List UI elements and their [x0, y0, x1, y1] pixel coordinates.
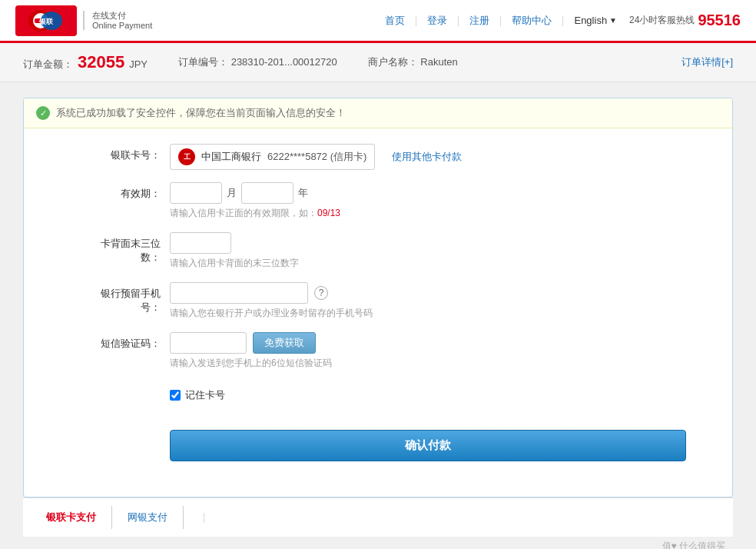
use-other-card-link[interactable]: 使用其他卡付款 [392, 150, 462, 164]
remember-card-area: 记住卡号 [170, 382, 686, 402]
payment-form: 银联卡号： 工 中国工商银行 6222****5872 (信用卡) 使用其他卡付… [24, 128, 732, 497]
hotline-label: 24小时客服热线 [623, 14, 695, 27]
security-notice: ✓ 系统已成功加载了安全控件，保障您在当前页面输入信息的安全！ [24, 98, 732, 128]
submit-row: 确认付款 [85, 414, 686, 461]
tab-netbank[interactable]: 网银支付 [128, 506, 184, 529]
expiry-example: 09/13 [317, 208, 340, 218]
header-nav: 首页 ｜ 登录 ｜ 注册 ｜ 帮助中心 ｜ English ▼ 24小时客服热线… [379, 12, 741, 29]
sms-controls: 免费获取 [170, 332, 686, 354]
phone-input-area: ? 请输入您在银行开户或办理业务时留存的手机号码 [170, 282, 686, 320]
phone-label: 银行预留手机号： [85, 282, 170, 314]
logo-sub-text: Online Payment [92, 21, 152, 30]
expiry-input-area: 月 年 请输入信用卡正面的有效期限，如：09/13 [170, 182, 686, 220]
remember-card-checkbox[interactable] [170, 390, 181, 401]
header: 银联 在线支付 Online Payment 首页 ｜ 登录 ｜ 注册 ｜ 帮助… [0, 0, 756, 43]
lang-arrow-icon: ▼ [609, 16, 617, 25]
cvv-input-area: 请输入信用卡背面的末三位数字 [170, 232, 686, 270]
tab-unionpay[interactable]: 银联卡支付 [46, 506, 112, 529]
bottom-tabs: 银联卡支付 网银支付 ｜ [23, 497, 733, 537]
merchant-label: 商户名称： [368, 56, 418, 68]
logo-area: 银联 在线支付 Online Payment [15, 5, 152, 36]
sep4: ｜ [558, 14, 568, 28]
expiry-label: 有效期： [85, 182, 170, 201]
nav-help[interactable]: 帮助中心 [506, 14, 558, 28]
order-amount-label: 订单金额： [23, 58, 73, 72]
card-label: 银联卡号： [85, 144, 170, 162]
expiry-hint-text: 请输入信用卡正面的有效期限，如： [170, 208, 317, 218]
expiry-month-sep: 月 [227, 186, 237, 200]
submit-button[interactable]: 确认付款 [170, 430, 686, 461]
nav-register[interactable]: 注册 [463, 14, 496, 28]
security-message: 系统已成功加载了安全控件，保障您在当前页面输入信息的安全！ [56, 106, 346, 120]
sms-hint: 请输入发送到您手机上的6位短信验证码 [170, 357, 686, 370]
expiry-row: 有效期： 月 年 请输入信用卡正面的有效期限，如：09/13 [85, 182, 686, 220]
phone-hint: 请输入您在银行开户或办理业务时留存的手机号码 [170, 307, 686, 320]
expiry-hint: 请输入信用卡正面的有效期限，如：09/13 [170, 207, 686, 220]
expiry-inputs: 月 年 [170, 182, 686, 204]
order-amount-value: 32055 [78, 52, 124, 72]
lang-label: English [574, 15, 607, 26]
sms-input-area: 免费获取 请输入发送到您手机上的6位短信验证码 [170, 332, 686, 370]
watermark: 值♥ 什么值得买 [23, 537, 733, 549]
card-display: 工 中国工商银行 6222****5872 (信用卡) [170, 144, 375, 170]
remember-card-row: 记住卡号 [85, 382, 686, 402]
phone-controls: ? [170, 282, 686, 304]
main-content: ✓ 系统已成功加载了安全控件，保障您在当前页面输入信息的安全！ 银联卡号： 工 … [0, 82, 756, 549]
lang-selector[interactable]: English ▼ [568, 15, 623, 26]
order-number: 订单编号： 238310-201...00012720 [178, 55, 337, 69]
card-number-row: 银联卡号： 工 中国工商银行 6222****5872 (信用卡) 使用其他卡付… [85, 144, 686, 170]
remember-card-label: 记住卡号 [185, 388, 225, 402]
sms-input[interactable] [170, 332, 247, 354]
security-check-icon: ✓ [36, 106, 50, 120]
svg-text:银联: 银联 [38, 18, 54, 25]
hotline-number: 95516 [695, 12, 741, 29]
order-detail-link[interactable]: 订单详情[+] [681, 55, 733, 69]
sep3: ｜ [496, 14, 506, 28]
order-merchant: 商户名称： Rakuten [368, 55, 458, 69]
sep2: ｜ [453, 14, 463, 28]
remember-spacer [85, 382, 170, 387]
get-sms-button[interactable]: 免费获取 [253, 332, 316, 354]
submit-spacer [85, 414, 170, 419]
order-amount: 订单金额： 32055 JPY [23, 52, 148, 72]
expiry-year-input[interactable] [241, 182, 293, 204]
card-number-value: 6222****5872 (信用卡) [267, 150, 366, 164]
cvv-label: 卡背面末三位数： [85, 232, 170, 265]
order-no-label: 订单编号： [178, 56, 228, 68]
phone-input[interactable] [170, 282, 308, 304]
unionpay-logo: 银联 [15, 5, 77, 36]
phone-help-icon[interactable]: ? [314, 286, 328, 300]
order-bar: 订单金额： 32055 JPY 订单编号： 238310-201...00012… [0, 43, 756, 82]
card-bank-name: 中国工商银行 [201, 150, 261, 164]
order-no-value: 238310-201...00012720 [231, 56, 337, 68]
sms-label: 短信验证码： [85, 332, 170, 351]
cvv-row: 卡背面末三位数： 请输入信用卡背面的末三位数字 [85, 232, 686, 270]
icbc-logo-icon: 工 [178, 148, 195, 165]
merchant-value: Rakuten [420, 56, 457, 68]
cvv-input[interactable] [170, 232, 231, 254]
tab-sep: ｜ [199, 511, 209, 524]
nav-home[interactable]: 首页 [379, 14, 411, 28]
expiry-year-sep: 年 [298, 186, 308, 200]
nav-login[interactable]: 登录 [421, 14, 453, 28]
submit-area: 确认付款 [170, 414, 686, 461]
expiry-month-input[interactable] [170, 182, 222, 204]
remember-card-checkbox-row: 记住卡号 [170, 388, 686, 402]
phone-row: 银行预留手机号： ? 请输入您在银行开户或办理业务时留存的手机号码 [85, 282, 686, 320]
payment-card: ✓ 系统已成功加载了安全控件，保障您在当前页面输入信息的安全！ 银联卡号： 工 … [23, 98, 733, 497]
order-currency: JPY [129, 58, 148, 70]
sms-row: 短信验证码： 免费获取 请输入发送到您手机上的6位短信验证码 [85, 332, 686, 370]
sep1: ｜ [411, 14, 421, 28]
logo-main-text: 在线支付 [92, 11, 152, 20]
cvv-hint: 请输入信用卡背面的末三位数字 [170, 257, 686, 270]
logo-text: 在线支付 Online Payment [83, 11, 152, 29]
card-input-area: 工 中国工商银行 6222****5872 (信用卡) 使用其他卡付款 [170, 144, 686, 170]
